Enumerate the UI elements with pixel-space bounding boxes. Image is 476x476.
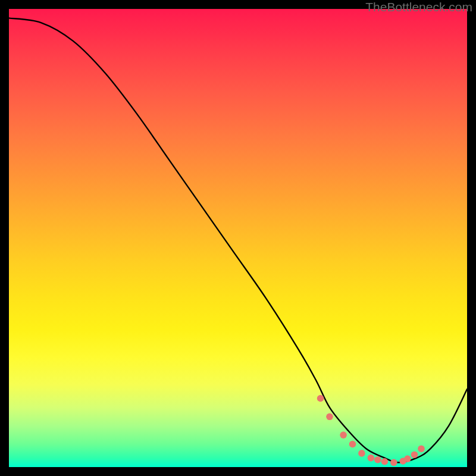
marker-group [317,395,425,466]
bottleneck-curve [9,18,467,462]
marker-point [390,459,397,466]
marker-point [404,455,411,462]
marker-point [349,441,356,448]
plot-area [9,9,467,467]
marker-point [340,431,347,439]
marker-point [317,395,324,402]
marker-point [411,451,418,458]
marker-point [381,458,389,465]
chart-frame: TheBottleneck.com [0,0,476,476]
marker-point [418,445,425,452]
marker-point [368,455,375,462]
marker-point [326,414,333,421]
chart-svg [9,9,467,467]
watermark-text: TheBottleneck.com [365,0,472,14]
marker-point [374,456,381,464]
marker-point [358,450,365,457]
